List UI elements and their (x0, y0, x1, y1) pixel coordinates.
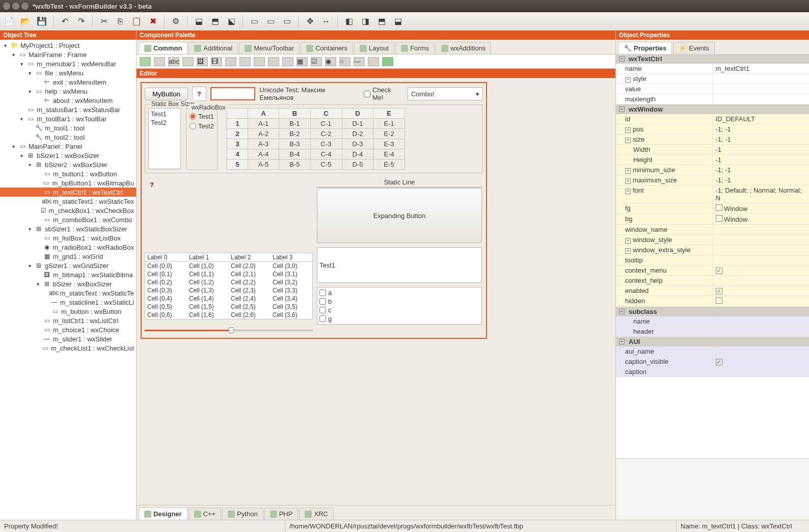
choice-box[interactable]: Test1 (317, 247, 482, 283)
prop-row-minimum_size[interactable]: +minimum_size-1; -1 (616, 165, 809, 175)
redo-icon[interactable]: ↷ (75, 15, 87, 28)
tree-item[interactable]: ▾▭m_toolBar1 : wxToolBar (0, 114, 136, 123)
prop-row-window_name[interactable]: window_name (616, 225, 809, 235)
palette-radiobox-icon[interactable]: ◉ (325, 57, 336, 66)
slider[interactable] (145, 326, 313, 335)
mybutton[interactable]: MyButton (145, 88, 188, 100)
tree-item[interactable]: —m_slider1 : wxSlider (0, 334, 136, 343)
prop-tab-events[interactable]: ⚡Events (673, 42, 715, 54)
palette-checkbox-icon[interactable]: ☑ (311, 57, 322, 66)
open-file-icon[interactable]: 📂 (19, 15, 32, 28)
prop-row-enabled[interactable]: enabled✓ (616, 286, 809, 296)
palette-checklist-icon[interactable] (282, 57, 293, 66)
palette-radio-icon[interactable]: ○ (339, 57, 350, 66)
prop-row-header[interactable]: header (616, 327, 809, 337)
tree-item[interactable]: ▭m_comboBox1 : wxCombo (0, 215, 136, 224)
tree-item[interactable]: ▾⊞bSizer : wxBoxSizer (0, 279, 136, 288)
prop-row-size[interactable]: +size-1; -1 (616, 135, 809, 145)
cut-icon[interactable]: ✂ (98, 15, 110, 28)
palette-tab-layout[interactable]: Layout (354, 42, 394, 54)
tree-item[interactable]: ▾▭MainFrame : Frame (0, 50, 136, 59)
prop-row-id[interactable]: idID_DEFAULT (616, 114, 809, 124)
tree-item[interactable]: ▾⊞bSizer1 : wxBoxSizer (0, 151, 136, 160)
palette-listctrl-icon[interactable] (268, 57, 279, 66)
prop-row-bg[interactable]: bg Window (616, 214, 809, 225)
undo-icon[interactable]: ↶ (59, 15, 71, 28)
prop-row-name[interactable]: namem_textCtrl1 (616, 64, 809, 74)
palette-tab-menu/toolbar[interactable]: Menu/Toolbar (239, 42, 300, 54)
prop-row-maxlength[interactable]: maxlength (616, 94, 809, 104)
tree-item[interactable]: ▭m_listCtrl1 : wxListCtrl (0, 316, 136, 325)
palette-gauge-icon[interactable] (382, 57, 393, 66)
radio-option[interactable]: Test2 (190, 121, 214, 131)
tree-item[interactable]: ▾⊞sbSizer1 : wxStaticBoxSizer (0, 224, 136, 233)
tree-item[interactable]: 🔧m_tool2 : tool (0, 132, 136, 142)
minimize-window-icon[interactable] (12, 3, 19, 10)
tree-item[interactable]: ▾⊞gSizer1 : wxGridSizer (0, 261, 136, 270)
tree-item[interactable]: ▭m_statusBar1 : wxStatusBar (0, 105, 136, 114)
align-right-icon[interactable]: ⬕ (225, 15, 237, 28)
layout2-icon[interactable]: ▭ (264, 15, 277, 28)
combo-box[interactable]: Combo!▾ (408, 87, 483, 100)
palette-tab-containers[interactable]: Containers (301, 42, 353, 54)
palette-statictext-icon[interactable]: abc (168, 57, 179, 66)
layout1-icon[interactable]: ▭ (248, 15, 260, 28)
palette-textctrl-icon[interactable] (182, 57, 194, 66)
tree-item[interactable]: ☑m_checkBox1 : wxCheckBox (0, 206, 136, 215)
paste-icon[interactable]: 📋 (130, 15, 143, 28)
tree-item[interactable]: ▾▭m_menubar1 : wxMenuBar (0, 59, 136, 68)
bottom-tab-c++[interactable]: C++ (188, 508, 222, 520)
palette-bitmapbutton-icon[interactable] (154, 57, 165, 66)
palette-choice-icon[interactable] (239, 57, 251, 66)
prop-row-Width[interactable]: Width-1 (616, 145, 809, 155)
prop-row-window_style[interactable]: +window_style (616, 235, 809, 245)
tree-item[interactable]: ▭m_textCtrl1 : wxTextCtrl (0, 188, 136, 197)
save-file-icon[interactable]: 💾 (36, 15, 48, 28)
palette-grid-icon[interactable]: ▦ (296, 57, 308, 66)
palette-tab-forms[interactable]: Forms (395, 42, 435, 54)
delete-icon[interactable]: ✖ (147, 15, 159, 28)
tree-item[interactable]: abcm_staticText1 : wxStaticTex (0, 197, 136, 206)
palette-line-icon[interactable]: — (354, 57, 365, 66)
tree-item[interactable]: ⊢about : wxMenuItem (0, 96, 136, 105)
close-window-icon[interactable] (3, 3, 10, 10)
bottom-tab-python[interactable]: Python (222, 508, 263, 520)
tree-item[interactable]: ▾▭MainPanel : Panel (0, 142, 136, 151)
tree-item[interactable]: ▦m_grid1 : wxGrid (0, 252, 136, 261)
expanding-button[interactable]: Expanding Button (317, 188, 482, 243)
tree-item[interactable]: ▾📁MyProject1 : Project (0, 41, 136, 50)
maximize-window-icon[interactable] (21, 3, 29, 10)
palette-tab-common[interactable]: Common (139, 42, 187, 54)
prop-row-value[interactable]: value (616, 84, 809, 94)
stretch-icon[interactable]: ↔ (320, 15, 332, 28)
tree-item[interactable]: ▾▭file : wxMenu (0, 68, 136, 77)
palette-tab-additional[interactable]: Additional (188, 42, 238, 54)
prop-row-pos[interactable]: +pos-1; -1 (616, 124, 809, 135)
text-ctrl-selected[interactable] (210, 87, 256, 100)
border-right-icon[interactable]: ◨ (359, 15, 371, 28)
border-top-icon[interactable]: ⬒ (375, 15, 388, 28)
prop-row-name[interactable]: name (616, 316, 809, 327)
tree-item[interactable]: ▭m_checkList1 : wxCheckList (0, 343, 136, 353)
grid[interactable]: ABCDE1A-1B-1C-1D-1E-12A-2B-2C-2D-2E-23A-… (227, 108, 405, 170)
bottom-tab-designer[interactable]: Designer (139, 508, 187, 520)
radio-option[interactable]: Test1 (190, 112, 214, 121)
palette-anim-icon[interactable]: 🎞 (211, 57, 222, 66)
border-bottom-icon[interactable]: ⬓ (392, 15, 404, 28)
tree-item[interactable]: abcm_staticText : wxStaticTe (0, 288, 136, 298)
tree-item[interactable]: ▾▭help : wxMenu (0, 87, 136, 96)
prop-row-aui_name[interactable]: aui_name (616, 347, 809, 357)
prop-tab-properties[interactable]: 🔧Properties (618, 42, 672, 54)
border-left-icon[interactable]: ◧ (343, 15, 355, 28)
palette-button-icon[interactable] (140, 57, 151, 66)
tree-item[interactable]: ⊢exit : wxMenuItem (0, 77, 136, 87)
palette-slider-icon[interactable] (368, 57, 379, 66)
prop-row-maximum_size[interactable]: +maximum_size-1; -1 (616, 175, 809, 185)
prop-row-fg[interactable]: fg Window (616, 203, 809, 214)
align-center-icon[interactable]: ⬒ (209, 15, 221, 28)
palette-combo-icon[interactable] (225, 57, 236, 66)
prop-row-caption[interactable]: caption (616, 367, 809, 377)
align-left-icon[interactable]: ⬓ (193, 15, 205, 28)
expand-icon[interactable]: ✥ (304, 15, 316, 28)
tree-item[interactable]: 🖼m_bitmap1 : wxStaticBitma (0, 270, 136, 279)
